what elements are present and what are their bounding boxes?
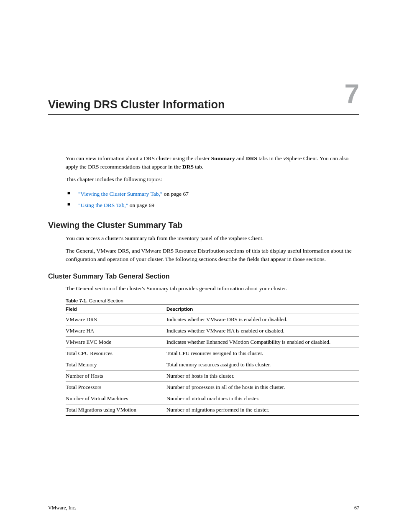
cell-field: Total Processors xyxy=(66,382,166,393)
cell-description: Number of migrations performed in the cl… xyxy=(166,404,359,416)
table-caption-label: Table 7-1. xyxy=(66,298,87,303)
cell-field: VMware HA xyxy=(66,325,166,337)
table-row: VMware HAIndicates whether VMware HA is … xyxy=(66,325,359,337)
table-row: Total Migrations using VMotionNumber of … xyxy=(66,404,359,416)
topic-list: ■ "Viewing the Cluster Summary Tab," on … xyxy=(66,188,359,211)
cell-description: Number of virtual machines in this clust… xyxy=(166,393,359,404)
table-row: Total ProcessorsNumber of processors in … xyxy=(66,382,359,393)
cell-description: Number of hosts in this cluster. xyxy=(166,371,359,382)
text-fragment: tab. xyxy=(194,164,203,170)
chapter-title: Viewing DRS Cluster Information xyxy=(48,98,225,111)
cell-description: Total CPU resources assigned to this clu… xyxy=(166,348,359,359)
topic-suffix: on page 69 xyxy=(128,202,154,208)
bullet-icon: ■ xyxy=(67,190,70,197)
table-header-field: Field xyxy=(66,304,166,314)
bullet-icon: ■ xyxy=(67,201,70,208)
table-row: Total CPU ResourcesTotal CPU resources a… xyxy=(66,348,359,359)
topic-suffix: on page 67 xyxy=(162,191,189,197)
bold-summary: Summary xyxy=(211,155,235,161)
topic-item: ■ "Viewing the Cluster Summary Tab," on … xyxy=(66,188,359,200)
topic-link[interactable]: "Using the DRS Tab," xyxy=(78,202,128,208)
footer-page-number: 67 xyxy=(354,505,359,511)
section1-p2: The General, VMware DRS, and VMware DRS … xyxy=(66,247,359,263)
section1-p1: You can access a cluster's Summary tab f… xyxy=(66,234,359,243)
intro-paragraph-1: You can view information about a DRS clu… xyxy=(66,154,359,171)
table-header-description: Description xyxy=(166,304,359,314)
topic-link[interactable]: "Viewing the Cluster Summary Tab," xyxy=(78,191,162,197)
table-row: VMware EVC ModeIndicates whether Enhance… xyxy=(66,337,359,348)
intro-paragraph-2: This chapter includes the following topi… xyxy=(66,175,359,184)
cell-field: Number of Virtual Machines xyxy=(66,393,166,404)
bold-drs-2: DRS xyxy=(182,164,194,170)
table-caption-text: General Section xyxy=(87,298,123,303)
cell-description: Indicates whether VMware HA is enabled o… xyxy=(166,325,359,337)
cell-field: Number of Hosts xyxy=(66,371,166,382)
table-row: VMware DRSIndicates whether VMware DRS i… xyxy=(66,314,359,325)
cell-field: VMware DRS xyxy=(66,314,166,325)
cell-description: Number of processors in all of the hosts… xyxy=(166,382,359,393)
topic-item: ■ "Using the DRS Tab," on page 69 xyxy=(66,200,359,211)
text-fragment: You can view information about a DRS clu… xyxy=(66,155,211,161)
section-heading-general-section: Cluster Summary Tab General Section xyxy=(48,273,359,280)
table-row: Number of HostsNumber of hosts in this c… xyxy=(66,371,359,382)
table-caption: Table 7-1. General Section xyxy=(66,298,359,303)
page-footer: VMware, Inc. 67 xyxy=(48,505,359,511)
cell-field: VMware EVC Mode xyxy=(66,337,166,348)
cell-field: Total Memory xyxy=(66,359,166,371)
cell-description: Indicates whether Enhanced VMotion Compa… xyxy=(166,337,359,348)
cell-field: Total CPU Resources xyxy=(66,348,166,359)
cell-description: Indicates whether VMware DRS is enabled … xyxy=(166,314,359,325)
footer-company: VMware, Inc. xyxy=(48,505,76,511)
general-section-table: Field Description VMware DRSIndicates wh… xyxy=(66,304,359,416)
cell-field: Total Migrations using VMotion xyxy=(66,404,166,416)
chapter-header: Viewing DRS Cluster Information 7 xyxy=(48,98,359,115)
section2-p1: The General section of the cluster's Sum… xyxy=(66,284,359,293)
bold-drs: DRS xyxy=(246,155,257,161)
cell-description: Total memory resources assigned to this … xyxy=(166,359,359,371)
table-row: Total MemoryTotal memory resources assig… xyxy=(66,359,359,371)
text-fragment: and xyxy=(235,155,246,161)
section-heading-viewing-summary: Viewing the Cluster Summary Tab xyxy=(48,220,359,230)
table-row: Number of Virtual MachinesNumber of virt… xyxy=(66,393,359,404)
chapter-number: 7 xyxy=(344,81,359,107)
